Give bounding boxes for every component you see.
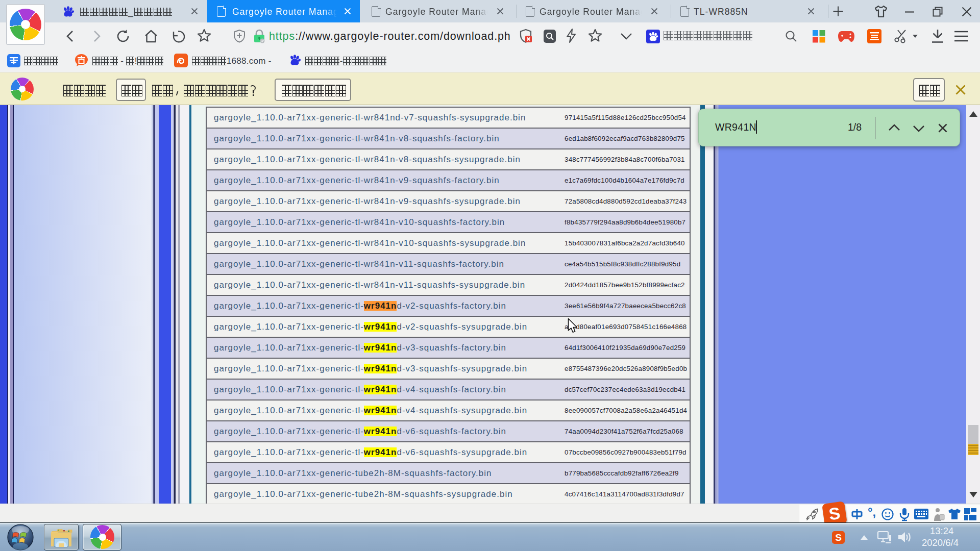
svg-text:S: S xyxy=(835,532,842,543)
